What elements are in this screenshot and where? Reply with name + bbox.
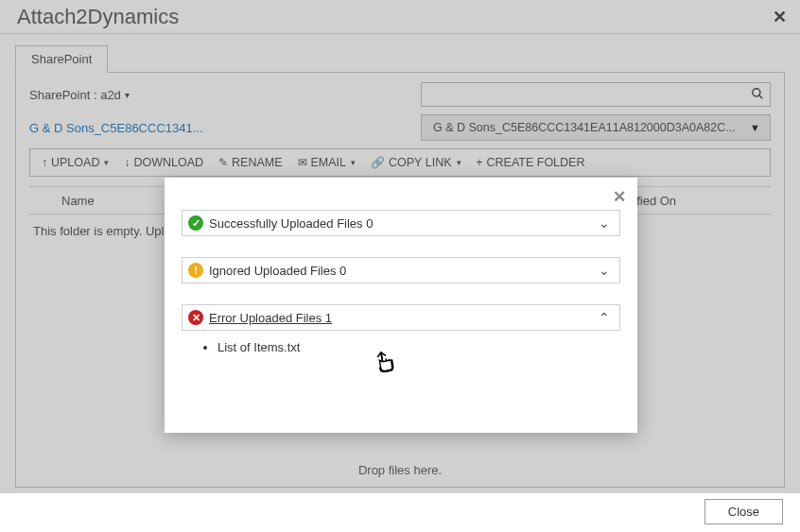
upload-results-modal: ✕ ✓ Successfully Uploaded Files 0 ⌄ ! Ig… (165, 178, 637, 433)
error-icon: ✕ (188, 310, 203, 325)
chevron-down-icon: ⌄ (599, 263, 610, 278)
error-label: Error Uploaded Files 1 (209, 311, 599, 325)
error-file-list: List of Items.txt (204, 340, 620, 354)
list-item: List of Items.txt (217, 340, 620, 354)
chevron-down-icon: ⌄ (599, 215, 610, 231)
warning-icon: ! (188, 263, 203, 278)
check-icon: ✓ (188, 215, 203, 231)
success-label: Successfully Uploaded Files 0 (209, 216, 599, 231)
close-icon[interactable]: ✕ (613, 187, 626, 207)
close-button[interactable]: Close (704, 499, 783, 524)
ignored-section-header[interactable]: ! Ignored Uploaded Files 0 ⌄ (182, 257, 620, 283)
success-section-header[interactable]: ✓ Successfully Uploaded Files 0 ⌄ (182, 210, 620, 236)
error-section-header[interactable]: ✕ Error Uploaded Files 1 ⌃ (182, 304, 620, 331)
ignored-label: Ignored Uploaded Files 0 (209, 264, 599, 278)
chevron-up-icon: ⌃ (599, 310, 610, 325)
